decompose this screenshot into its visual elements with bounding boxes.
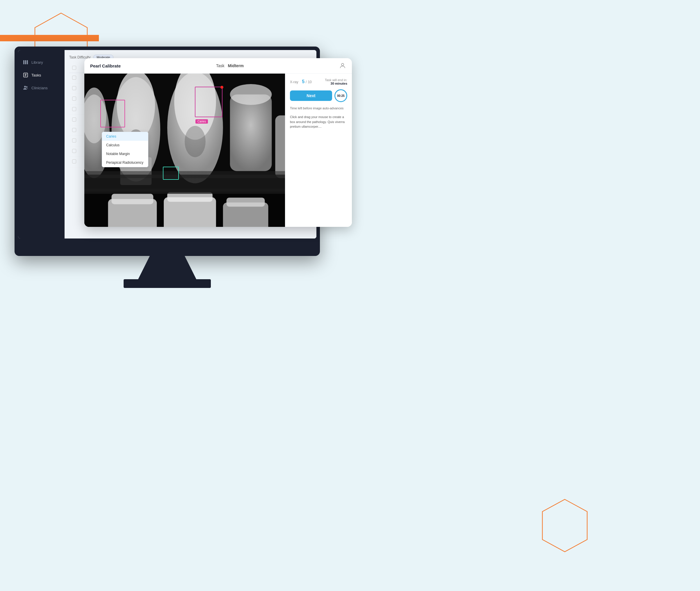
task-modal: Pearl Calibrate Task Midterm bbox=[84, 58, 352, 227]
modal-body: Caries Caries Calculus Notable Margin Pe… bbox=[84, 74, 352, 227]
svg-point-50 bbox=[185, 126, 206, 157]
annotation-box-3[interactable] bbox=[163, 167, 179, 180]
svg-point-9 bbox=[24, 86, 26, 87]
row-checkbox[interactable] bbox=[72, 76, 76, 80]
right-panel: X-ray 5 / 10 Task will end in: 30 minute… bbox=[285, 74, 352, 227]
hex-bottom-right bbox=[540, 498, 589, 553]
timer-circle: 00:25 bbox=[335, 89, 347, 102]
modal-title: Pearl Calibrate bbox=[90, 63, 121, 68]
sidebar-item-clinicians-label: Clinicians bbox=[31, 86, 48, 90]
clinicians-icon bbox=[23, 85, 28, 91]
xray-counter: X-ray 5 / 10 bbox=[290, 79, 312, 84]
dropdown-item-caries[interactable]: Caries bbox=[102, 132, 148, 141]
svg-marker-1 bbox=[542, 500, 587, 552]
xray-label: X-ray bbox=[290, 80, 298, 84]
svg-rect-3 bbox=[25, 60, 26, 64]
row-checkbox[interactable] bbox=[72, 96, 76, 101]
annotation-dropdown: Caries Calculus Notable Margin Periapica… bbox=[102, 132, 148, 167]
monitor-base bbox=[124, 279, 211, 288]
annotation-caries-label[interactable]: Caries bbox=[195, 119, 208, 124]
annotation-box-2[interactable]: Caries bbox=[195, 87, 222, 117]
row-checkbox[interactable] bbox=[72, 128, 76, 132]
timer-row: Next 00:25 bbox=[290, 89, 347, 102]
xray-total: 10 bbox=[308, 80, 311, 84]
row-checkbox[interactable] bbox=[72, 86, 76, 90]
svg-rect-42 bbox=[112, 194, 153, 204]
dropdown-item-notable-margin[interactable]: Notable Margin bbox=[102, 149, 148, 158]
annotation-dot bbox=[220, 86, 223, 89]
svg-rect-46 bbox=[226, 197, 265, 206]
sidebar-item-tasks[interactable]: Tasks bbox=[18, 69, 65, 81]
dropdown-item-calculus[interactable]: Calculus bbox=[102, 141, 148, 149]
svg-rect-4 bbox=[27, 60, 28, 64]
modal-header: Pearl Calibrate Task Midterm bbox=[84, 58, 352, 74]
auto-advance-text: Time left before image auto-advances bbox=[290, 106, 347, 111]
svg-rect-48 bbox=[84, 171, 285, 178]
svg-rect-38 bbox=[230, 94, 272, 171]
sidebar: Library Tasks Clinicians bbox=[18, 50, 65, 239]
sidebar-item-library[interactable]: Library bbox=[18, 56, 65, 69]
svg-point-39 bbox=[230, 84, 272, 105]
time-ends-label: Task will end in: bbox=[325, 78, 347, 82]
user-profile-icon[interactable] bbox=[339, 62, 346, 69]
row-checkbox[interactable] bbox=[72, 138, 76, 142]
time-ends-value: 30 minutes bbox=[325, 82, 347, 85]
sidebar-item-clinicians[interactable]: Clinicians bbox=[18, 81, 65, 94]
sidebar-item-library-label: Library bbox=[31, 60, 43, 65]
dropdown-item-periapical[interactable]: Periapical Radiolucency bbox=[102, 158, 148, 167]
svg-rect-40 bbox=[275, 116, 285, 178]
tasks-icon bbox=[23, 72, 28, 78]
svg-rect-2 bbox=[23, 60, 24, 64]
row-checkbox[interactable] bbox=[72, 159, 76, 163]
modal-task-label: Task Midterm bbox=[216, 63, 244, 68]
next-button[interactable]: Next bbox=[290, 90, 332, 101]
row-checkbox[interactable] bbox=[72, 118, 76, 122]
svg-point-10 bbox=[26, 86, 27, 88]
monitor-stand bbox=[138, 256, 196, 279]
row-checkbox[interactable] bbox=[72, 149, 76, 153]
svg-point-27 bbox=[341, 63, 344, 66]
instruction-text: Click and drag your mouse to create a bo… bbox=[290, 115, 347, 129]
xray-sep: / bbox=[306, 80, 306, 84]
xray-current: 5 bbox=[302, 79, 304, 84]
annotation-box-1[interactable] bbox=[100, 100, 125, 127]
xray-area[interactable]: Caries Caries Calculus Notable Margin Pe… bbox=[84, 74, 285, 227]
sidebar-item-tasks-label: Tasks bbox=[31, 73, 41, 77]
library-icon bbox=[23, 59, 28, 65]
row-checkbox[interactable] bbox=[72, 107, 76, 111]
